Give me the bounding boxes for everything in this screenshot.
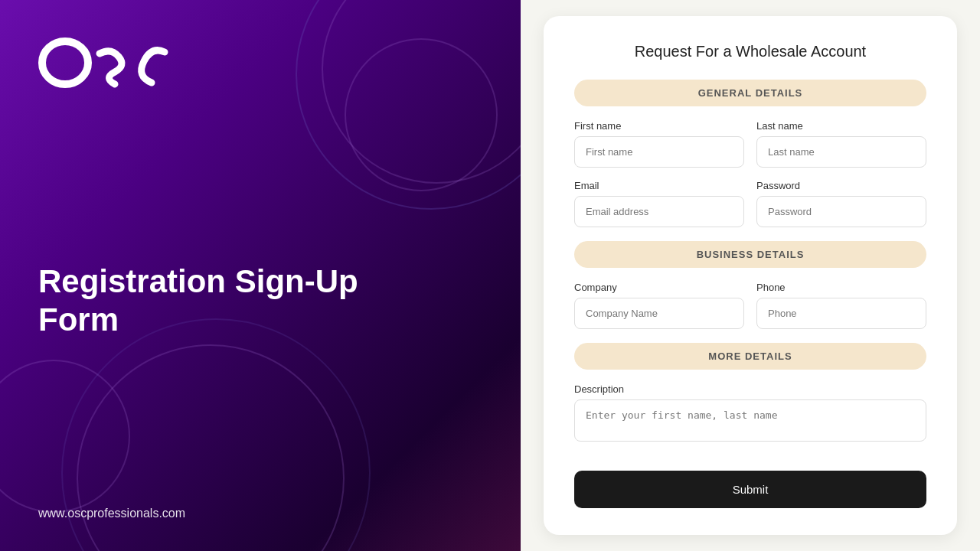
email-password-row: Email Password [574,180,926,227]
description-label: Description [574,383,926,395]
description-input[interactable] [574,399,926,442]
description-group: Description [574,383,926,442]
phone-label: Phone [756,282,926,293]
business-details-section: BUSINESS DETAILS Company Phone [574,241,926,329]
last-name-input[interactable] [756,136,926,168]
password-label: Password [756,180,926,191]
email-label: Email [574,180,744,191]
company-label: Company [574,282,744,293]
company-input[interactable] [574,298,744,329]
form-card: Request For a Wholesale Account GENERAL … [544,16,957,535]
business-details-header: BUSINESS DETAILS [574,241,926,268]
submit-button[interactable]: Submit [574,471,926,508]
more-details-section: MORE DETAILS Description [574,343,926,442]
form-title: Request For a Wholesale Account [574,43,926,60]
password-input[interactable] [756,196,926,227]
phone-group: Phone [756,282,926,329]
website-url: www.oscprofessionals.com [38,507,482,520]
left-panel: Registration Sign-Up Form www.oscprofess… [0,0,521,551]
company-group: Company [574,282,744,329]
more-details-header: MORE DETAILS [574,343,926,370]
phone-input[interactable] [756,298,926,329]
first-name-label: First name [574,120,744,132]
email-input[interactable] [574,196,744,227]
email-group: Email [574,180,744,227]
general-details-header: GENERAL DETAILS [574,80,926,106]
name-row: First name Last name [574,120,926,168]
page-title: Registration Sign-Up Form [38,262,421,340]
last-name-group: Last name [756,120,926,168]
company-phone-row: Company Phone [574,282,926,329]
general-details-section: GENERAL DETAILS First name Last name Ema… [574,80,926,227]
right-panel: Request For a Wholesale Account GENERAL … [521,0,980,551]
logo [38,31,176,95]
first-name-input[interactable] [574,136,744,168]
last-name-label: Last name [756,120,926,132]
password-group: Password [756,180,926,227]
svg-point-0 [42,41,88,84]
first-name-group: First name [574,120,744,168]
